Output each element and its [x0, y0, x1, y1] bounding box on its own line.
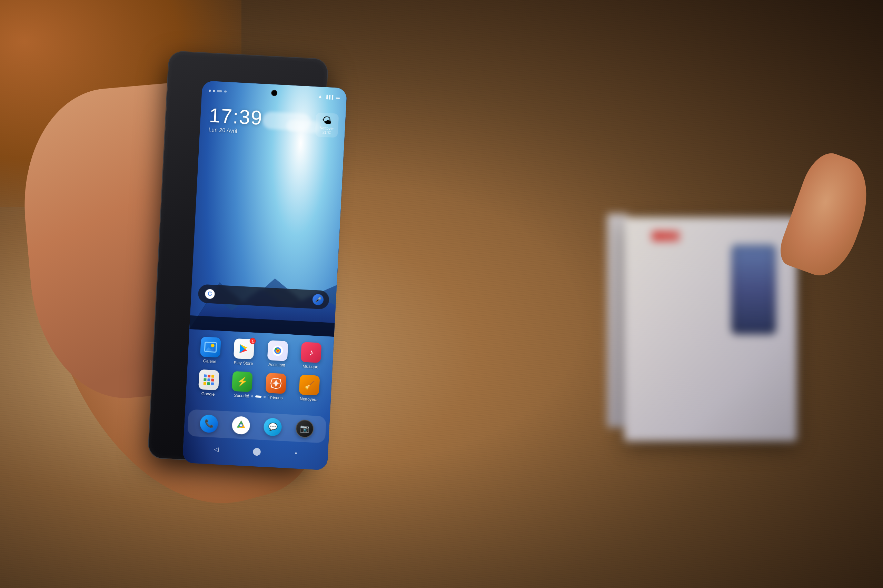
playstore-app[interactable]: 1 Play Store [229, 338, 259, 366]
signal-icon: ▐▐▐ [325, 94, 333, 99]
phone-body: ▲ ▐▐▐ ▬ 17:39 Lun 20 Avril 🌤 Nettoyer 21… [148, 51, 328, 466]
themes-icon [265, 373, 286, 394]
themes-icon-svg [270, 377, 282, 390]
box-logo [652, 231, 680, 241]
camera-icon-symbol: 📷 [300, 424, 309, 433]
galerie-sun [211, 344, 215, 348]
google-grid-icon [203, 375, 214, 386]
grid-dot-8 [207, 382, 210, 385]
home-button[interactable]: ⬤ [252, 447, 261, 456]
chrome-dock-icon[interactable] [232, 416, 250, 435]
weather-label: Nettoyer [319, 126, 334, 130]
page-dot-3 [263, 396, 266, 398]
status-icon-1 [217, 90, 222, 92]
phone-icon-symbol: 📞 [204, 419, 214, 428]
status-left-icons [209, 89, 227, 92]
recents-button[interactable]: ▪ [295, 450, 297, 457]
wifi-icon: ▲ [318, 93, 322, 99]
assistant-icon [267, 340, 288, 361]
grid-dot-9 [211, 382, 214, 386]
box-body [624, 217, 797, 441]
voice-search-icon[interactable]: 🎤 [312, 294, 324, 305]
weather-icon: 🌤 [320, 116, 335, 126]
phone-wrapper: ▲ ▐▐▐ ▬ 17:39 Lun 20 Avril 🌤 Nettoyer 21… [119, 29, 356, 488]
playstore-label: Play Store [233, 360, 253, 366]
page-dot-2 [255, 395, 262, 398]
galerie-app[interactable]: Galerie [195, 336, 226, 364]
galerie-label: Galerie [203, 359, 216, 364]
nettoyeur-icon-symbol: 🧹 [304, 380, 315, 390]
securite-icon-symbol: ⚡ [237, 376, 248, 387]
grid-dot-4 [203, 378, 206, 381]
back-button[interactable]: ◁ [214, 445, 219, 453]
box-phone-image [731, 245, 776, 334]
google-logo: G [205, 289, 215, 299]
page-dot-1 [251, 395, 253, 398]
playstore-icon: 1 [233, 339, 254, 360]
clock-time: 17:39 [209, 105, 263, 128]
playstore-icon-svg [238, 343, 250, 356]
grid-dot-3 [211, 375, 214, 378]
messages-dock-icon[interactable]: 💬 [263, 418, 282, 437]
weather-temperature: 21°C [319, 130, 334, 135]
messages-icon-symbol: 💬 [268, 423, 278, 432]
phone-dock-icon[interactable]: 📞 [200, 414, 219, 433]
status-right-icons: ▲ ▐▐▐ ▬ [318, 93, 340, 100]
nettoyeur-icon: 🧹 [299, 375, 320, 396]
galerie-mountain [205, 346, 216, 352]
phone-screen: ▲ ▐▐▐ ▬ 17:39 Lun 20 Avril 🌤 Nettoyer 21… [182, 81, 347, 470]
google-icon [199, 369, 220, 390]
musique-app[interactable]: ♪ Musique [296, 342, 326, 370]
grid-dot-7 [203, 382, 206, 385]
chrome-icon-svg [236, 420, 247, 431]
grid-dot-6 [211, 379, 214, 381]
musique-label: Musique [302, 364, 318, 369]
grid-dot-2 [208, 375, 211, 377]
status-dot-2 [213, 90, 215, 92]
assistant-app[interactable]: Assistant [262, 340, 293, 368]
musique-icon-symbol: ♪ [309, 347, 314, 358]
grid-dot-1 [204, 375, 207, 377]
status-dot-1 [209, 89, 211, 92]
assistant-label: Assistant [268, 362, 285, 368]
playstore-badge: 1 [250, 338, 256, 345]
grid-dot-5 [207, 378, 210, 381]
assistant-icon-svg [271, 345, 284, 357]
camera-dock-icon[interactable]: 📷 [295, 420, 314, 438]
musique-icon: ♪ [301, 342, 322, 363]
securite-icon: ⚡ [232, 371, 253, 392]
battery-icon: ▬ [336, 95, 340, 100]
weather-widget[interactable]: 🌤 Nettoyer 21°C [315, 112, 339, 138]
galerie-icon-inner [204, 342, 217, 353]
status-icon-2 [224, 90, 227, 92]
time-display: 17:39 Lun 20 Avril [208, 105, 263, 135]
galerie-icon [200, 337, 221, 358]
